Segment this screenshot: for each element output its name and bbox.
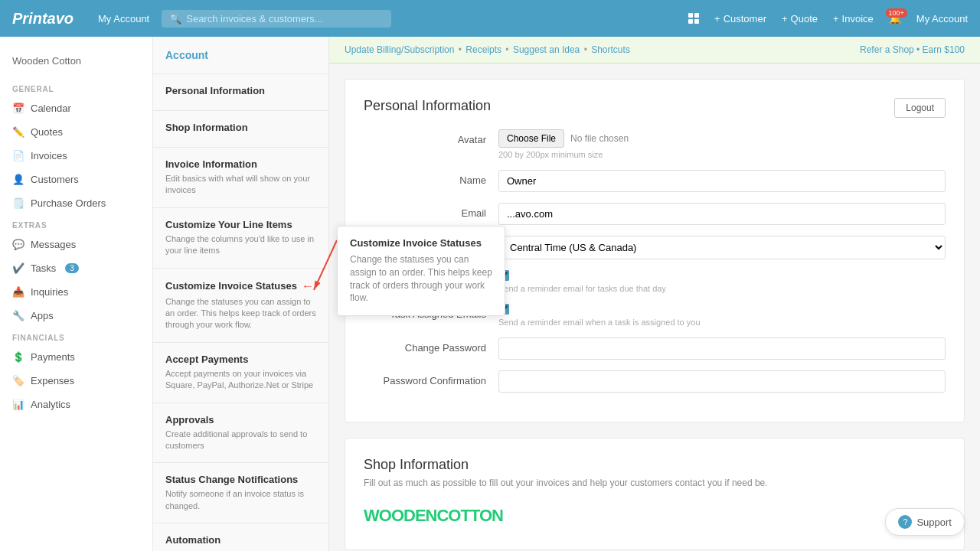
grid-icon[interactable] (688, 13, 699, 24)
add-invoice-button[interactable]: + Invoice (833, 13, 874, 24)
shop-name: Wooden Cotton (0, 49, 152, 79)
logout-button[interactable]: Logout (894, 98, 946, 118)
sidebar-item-purchase-orders[interactable]: 🗒️ Purchase Orders (0, 191, 152, 215)
invoices-icon: 📄 (12, 150, 24, 161)
sidebar-item-invoices[interactable]: 📄 Invoices (0, 144, 152, 168)
banner-left: Update Billing/Subscription • Receipts •… (345, 44, 630, 55)
search-icon: 🔍 (169, 13, 181, 24)
account-item-desc: Edit basics with what will show on your … (165, 173, 316, 197)
change-password-row: Change Password (364, 337, 946, 360)
account-item-title: Customize Invoice Statuses ← (165, 279, 316, 293)
choose-file-button[interactable]: Choose File (498, 129, 564, 148)
account-item-title: Status Change Notifications (165, 474, 316, 485)
account-item-status-notifications[interactable]: Status Change Notifications Notify someo… (153, 463, 328, 523)
sidebar-item-label: Calendar (31, 103, 71, 114)
banner-right: Refer a Shop • Earn $100 (860, 44, 965, 55)
account-item-line-items[interactable]: Customize Your Line Items Change the col… (153, 208, 328, 269)
sidebar-item-label: Inquiries (31, 286, 68, 298)
change-password-input[interactable] (498, 337, 946, 360)
account-item-title: Invoice Information (165, 158, 316, 170)
inquiries-icon: 📥 (12, 286, 24, 298)
sidebar-item-label: Customers (31, 174, 79, 185)
sidebar-item-analytics[interactable]: 📊 Analytics (0, 393, 152, 416)
add-quote-button[interactable]: + Quote (782, 13, 818, 24)
support-label: Support (916, 517, 952, 528)
sidebar-item-tasks[interactable]: ✔️ Tasks 3 (0, 256, 152, 280)
add-customer-button[interactable]: + Customer (714, 13, 766, 24)
arrow-icon: ← (302, 279, 314, 293)
account-item-shop-info[interactable]: Shop Information (153, 111, 328, 148)
avatar-row: Avatar Choose File No file chosen 200 by… (364, 129, 946, 159)
sidebar-item-label: Purchase Orders (31, 197, 106, 209)
account-item-accept-payments[interactable]: Accept Payments Accept payments on your … (153, 343, 328, 403)
timezone-select[interactable]: Central Time (US & Canada) (498, 236, 946, 259)
sidebar-item-messages[interactable]: 💬 Messages (0, 233, 152, 256)
tasks-badge: 3 (65, 263, 79, 273)
timezone-dropdown[interactable]: Central Time (US & Canada) (498, 236, 946, 259)
messages-icon: 💬 (12, 239, 24, 250)
shortcuts-link[interactable]: Shortcuts (591, 44, 630, 55)
password-confirmation-field[interactable] (498, 370, 946, 393)
sidebar-item-expenses[interactable]: 🏷️ Expenses (0, 369, 152, 393)
name-row: Name (364, 170, 946, 192)
email-input[interactable] (498, 203, 946, 225)
search-bar[interactable]: 🔍 (162, 10, 391, 28)
account-item-title: Approvals (165, 414, 316, 425)
brand-logo: Printavo (12, 10, 74, 28)
account-item-automation[interactable]: Automation (153, 523, 328, 551)
name-input[interactable] (498, 170, 946, 192)
account-item-approvals[interactable]: Approvals Create additional approvals to… (153, 403, 328, 464)
calendar-icon: 📅 (12, 103, 24, 114)
name-label: Name (364, 170, 486, 186)
my-account-right-link[interactable]: My Account (916, 13, 968, 24)
shop-logo: WOODENCOTTON (364, 506, 503, 526)
sidebar-item-label: Expenses (31, 375, 74, 386)
sidebar-item-calendar[interactable]: 📅 Calendar (0, 96, 152, 120)
sidebar-item-label: Apps (31, 310, 54, 321)
account-item-personal-info[interactable]: Personal Information (153, 74, 328, 111)
sidebar-item-quotes[interactable]: ✏️ Quotes (0, 120, 152, 144)
account-item-invoice-info[interactable]: Invoice Information Edit basics with wha… (153, 148, 328, 208)
account-item-invoice-statuses[interactable]: Customize Invoice Statuses ← Change the … (153, 269, 328, 343)
password-field[interactable] (498, 337, 946, 360)
account-item-desc: Accept payments on your invoices via Squ… (165, 368, 316, 392)
avatar-input: Choose File No file chosen 200 by 200px … (498, 129, 946, 159)
section-financials-label: FINANCIALS (0, 328, 152, 345)
shop-info-card: Shop Information Fill out as much as pos… (345, 438, 965, 550)
account-header: Account (153, 37, 328, 74)
sidebar-item-label: Tasks (31, 262, 56, 274)
plus-icon: + (833, 13, 839, 24)
sidebar-item-payments[interactable]: 💲 Payments (0, 345, 152, 369)
name-field[interactable] (498, 170, 946, 192)
sidebar-item-customers[interactable]: 👤 Customers (0, 168, 152, 191)
task-assigned-hint: Send a reminder email when a task is ass… (498, 318, 946, 327)
customize-statuses-tooltip: Customize Invoice Statuses Change the st… (337, 226, 505, 316)
receipts-link[interactable]: Receipts (466, 44, 501, 55)
account-item-title: Customize Your Line Items (165, 219, 316, 230)
support-button[interactable]: ? Support (885, 508, 965, 536)
email-field[interactable] (498, 203, 946, 225)
account-panel: Account Personal Information Shop Inform… (153, 37, 329, 551)
payments-icon: 💲 (12, 351, 24, 363)
tasks-reminder-checkbox-row (498, 270, 946, 281)
search-input[interactable] (186, 13, 384, 24)
refer-shop-link[interactable]: Refer a Shop • Earn $100 (860, 44, 965, 55)
tasks-icon: ✔️ (12, 262, 24, 274)
sidebar-item-inquiries[interactable]: 📥 Inquiries (0, 280, 152, 304)
account-item-desc: Create additional approvals to send to c… (165, 429, 316, 452)
top-navigation: Printavo My Account 🔍 + Customer + Quote… (0, 0, 980, 37)
nav-actions: + Customer + Quote + Invoice 🔔 100+ My A… (688, 13, 968, 24)
shop-info-desc: Fill out as much as possible to fill out… (364, 478, 946, 488)
sidebar-item-apps[interactable]: 🔧 Apps (0, 304, 152, 328)
account-item-desc: Change the statuses you can assign to an… (165, 296, 316, 331)
billing-link[interactable]: Update Billing/Subscription (345, 44, 454, 55)
my-account-nav-link[interactable]: My Account (98, 13, 149, 24)
plus-icon: + (782, 13, 788, 24)
suggest-idea-link[interactable]: Suggest an Idea (513, 44, 580, 55)
notifications-bell[interactable]: 🔔 100+ (889, 13, 901, 24)
shop-logo-preview: WOODENCOTTON (364, 500, 946, 531)
tasks-reminder-control: Send a reminder email for tasks due that… (498, 270, 946, 293)
email-row: Email (364, 203, 946, 225)
tooltip-title: Customize Invoice Statuses (350, 237, 492, 249)
password-confirmation-input[interactable] (498, 370, 946, 393)
